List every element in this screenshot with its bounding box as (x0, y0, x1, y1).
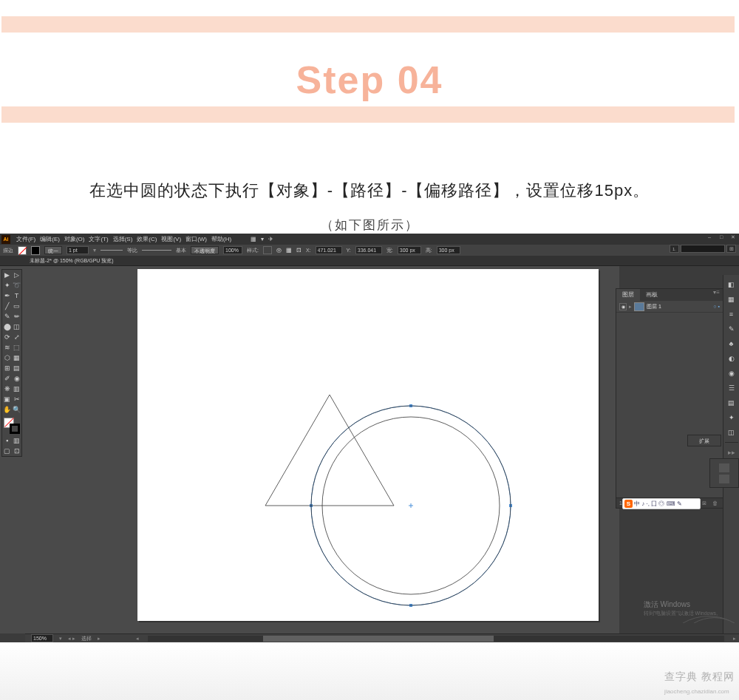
artboard-tool-icon[interactable]: ▣ (2, 394, 12, 404)
menu-view[interactable]: 视图(V) (161, 235, 181, 243)
search-field[interactable] (681, 245, 725, 253)
rectangle-tool-icon[interactable]: ▭ (12, 301, 21, 311)
pen-tool-icon[interactable]: ✒ (2, 290, 12, 301)
eyedropper-tool-icon[interactable]: ✐ (2, 373, 12, 384)
selection-tool-icon[interactable]: ▶ (2, 270, 12, 280)
fill-swatch-none[interactable] (18, 246, 27, 255)
y-input[interactable] (355, 246, 382, 254)
panel-btn-2[interactable] (719, 475, 729, 483)
hand-tool-icon[interactable]: ✋ (2, 404, 12, 415)
h-input[interactable] (437, 246, 460, 254)
panel-btn-1[interactable] (719, 463, 729, 472)
stroke-swatch-black[interactable] (31, 246, 40, 255)
graphic-styles-icon[interactable]: ☰ (726, 383, 737, 393)
stroke-panel-icon[interactable]: ≡ (726, 309, 737, 319)
document-tab[interactable]: 未标题-2* @ 150% (RGB/GPU 预览) (0, 256, 739, 266)
bridge-icon[interactable]: ▦ (251, 236, 256, 242)
visibility-toggle-icon[interactable]: ◉ (619, 303, 627, 310)
scale-tool-icon[interactable]: ⤢ (12, 332, 21, 342)
triangle-shape[interactable] (265, 395, 394, 506)
close-button[interactable]: ✕ (727, 234, 739, 241)
pathfinder-panel-icon[interactable]: ◫ (726, 427, 737, 438)
minimize-button[interactable]: – (704, 234, 715, 241)
opacity-button[interactable]: 不透明度 (191, 246, 219, 254)
swatches-panel-icon[interactable]: ▦ (726, 294, 737, 305)
stroke-weight-input[interactable] (67, 246, 89, 254)
symbol-spray-icon[interactable]: ❋ (2, 384, 12, 394)
scroll-right-icon[interactable]: ▸ (733, 636, 736, 642)
rotate-tool-icon[interactable]: ⟳ (2, 332, 12, 342)
x-input[interactable] (316, 246, 342, 254)
perspective-icon[interactable]: ▦ (12, 353, 21, 363)
menu-window[interactable]: 窗口(W) (185, 235, 207, 243)
ime-toolbar[interactable]: S 中 ♪ ·, 囗 ◎ ⌨ ✎ (622, 498, 701, 509)
layer-row[interactable]: ◉ ▸ 图层 1 ○ ▪ (616, 301, 723, 313)
symbols-panel-icon[interactable]: ♣ (726, 339, 737, 349)
gradient-mode-icon[interactable]: ▥ (12, 435, 21, 446)
transform-panel-icon[interactable]: ✦ (726, 412, 737, 423)
mesh-tool-icon[interactable]: ⊞ (2, 363, 12, 373)
menu-select[interactable]: 选择(S) (113, 235, 133, 243)
align-icon[interactable]: ◎ (276, 247, 282, 254)
direct-select-tool-icon[interactable]: ▷ (12, 270, 21, 280)
uniform-button[interactable]: 统一 (44, 246, 62, 254)
graph-tool-icon[interactable]: ▥ (12, 384, 21, 394)
extra-panel-expand[interactable]: 扩展 (687, 435, 721, 446)
brushes-panel-icon[interactable]: ✎ (726, 324, 737, 334)
canvas-area[interactable] (25, 269, 603, 626)
maximize-button[interactable]: □ (715, 234, 727, 241)
menu-type[interactable]: 文字(T) (89, 235, 108, 243)
reference-point-icon[interactable]: ⊡ (296, 247, 302, 254)
pencil-tool-icon[interactable]: ✏ (12, 311, 21, 322)
target-indicator-icon[interactable]: ○ ▪ (713, 304, 720, 309)
arrange-icon[interactable]: ▾ (261, 236, 264, 242)
menu-file[interactable]: 文件(F) (16, 235, 35, 243)
menu-object[interactable]: 对象(O) (64, 235, 85, 243)
scrollbar-horizontal[interactable] (148, 636, 724, 642)
change-screen-icon[interactable]: ⊡ (12, 446, 21, 456)
zoom-tool-icon[interactable]: 🔍 (12, 404, 21, 415)
tab-layers[interactable]: 图层 (616, 289, 640, 301)
type-tool-icon[interactable]: T (12, 290, 21, 301)
appearance-panel-icon[interactable]: ◉ (726, 368, 737, 378)
brush-preview[interactable] (101, 250, 123, 251)
transparency-panel-icon[interactable]: ◐ (726, 353, 737, 364)
transform-icon[interactable]: ▦ (286, 247, 292, 254)
slice-tool-icon[interactable]: ✂ (12, 394, 21, 404)
collapse-panel-icon[interactable]: ▸▸ (726, 447, 737, 458)
fill-stroke-indicator[interactable] (2, 416, 23, 435)
artboard[interactable] (137, 269, 599, 621)
arrange-docs-icon[interactable]: ⊞ (726, 245, 736, 253)
search-size-icon[interactable]: 1. (670, 245, 679, 253)
align-panel-icon[interactable]: ▤ (726, 398, 737, 408)
opacity-input[interactable] (223, 246, 242, 254)
menu-effect[interactable]: 效果(C) (137, 235, 157, 243)
screen-mode-icon[interactable]: ▢ (2, 446, 12, 456)
menu-edit[interactable]: 编辑(E) (40, 235, 60, 243)
scroll-left-icon[interactable]: ◂ (136, 636, 139, 642)
line-tool-icon[interactable]: ╱ (2, 301, 12, 311)
magic-wand-tool-icon[interactable]: ✦ (2, 280, 12, 290)
color-panel-icon[interactable]: ◧ (726, 279, 737, 290)
menu-help[interactable]: 帮助(H) (211, 235, 231, 243)
brush-tool-icon[interactable]: ✎ (2, 311, 12, 322)
gradient-tool-icon[interactable]: ▤ (12, 363, 21, 373)
shape-builder-icon[interactable]: ⬡ (2, 353, 12, 363)
eraser-tool-icon[interactable]: ◫ (12, 322, 21, 332)
blend-tool-icon[interactable]: ◉ (12, 373, 21, 384)
color-mode-icon[interactable]: ▪ (2, 435, 12, 446)
style-swatch[interactable] (263, 246, 272, 254)
width-tool-icon[interactable]: ≋ (2, 342, 12, 353)
ime-status-text[interactable]: 中 ♪ ·, 囗 ◎ ⌨ ✎ (634, 500, 682, 508)
free-transform-icon[interactable]: ⬚ (12, 342, 21, 353)
blob-brush-tool-icon[interactable]: ⬤ (2, 322, 12, 332)
zoom-input[interactable] (31, 634, 53, 642)
stroke-indicator-icon[interactable] (10, 424, 20, 434)
tab-artboards[interactable]: 画板 (640, 289, 664, 301)
panel-menu-icon[interactable]: ▾≡ (713, 289, 720, 301)
brush-definition-preview[interactable] (142, 250, 171, 251)
w-input[interactable] (398, 246, 421, 254)
cloud-icon[interactable]: ✈ (268, 236, 273, 242)
lasso-tool-icon[interactable]: ➰ (12, 280, 21, 290)
layer-name-label[interactable]: 图层 1 (647, 303, 661, 310)
